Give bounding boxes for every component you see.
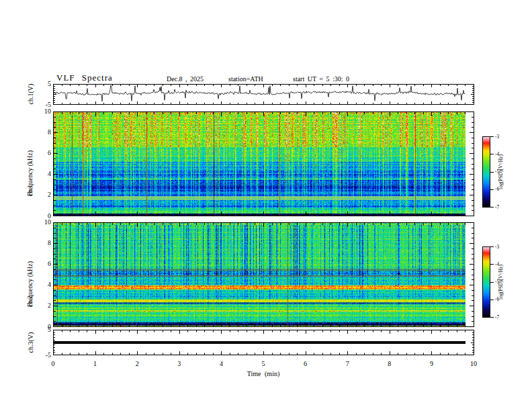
y-tick-label: -5 bbox=[27, 351, 51, 360]
colorbar-tick-label: -3 bbox=[495, 244, 508, 253]
ch1-spectrogram-ylabel: ch.1 Frequency (kHz) bbox=[26, 132, 41, 196]
y-tick-label: 5 bbox=[27, 326, 51, 334]
x-tick-label: 2 bbox=[129, 360, 145, 369]
ch3-waveform-plot bbox=[53, 330, 474, 355]
y-tick-label: 6 bbox=[27, 149, 51, 158]
colorbar-tick-label: -6 bbox=[495, 186, 508, 195]
y-tick-label: 8 bbox=[27, 128, 51, 137]
x-tick-label: 5 bbox=[255, 360, 271, 369]
ch1-waveform-plot bbox=[53, 84, 474, 105]
colorbar-tick-label: -3 bbox=[495, 134, 508, 142]
colorbar-tick-label: -6 bbox=[495, 296, 508, 305]
colorbar-tick-label: -5 bbox=[495, 169, 508, 177]
y-tick-label: 4 bbox=[27, 170, 51, 179]
header-start-ut: start UT = 5 :30: 0 bbox=[293, 75, 349, 83]
plot-title: VLF Spectra bbox=[56, 73, 113, 83]
colorbar-tick-label: -7 bbox=[495, 314, 508, 323]
x-tick-label: 8 bbox=[382, 360, 398, 369]
y-tick-label: 6 bbox=[27, 260, 51, 269]
time-axis-label: Time (min) bbox=[223, 370, 304, 377]
colorbar-tick-label: -5 bbox=[495, 279, 508, 287]
y-tick-label: 10 bbox=[27, 107, 51, 116]
y-tick-label: 8 bbox=[27, 239, 51, 248]
colorbar-tick-label: -4 bbox=[495, 151, 508, 160]
y-tick-label: 2 bbox=[27, 302, 51, 310]
x-tick-label: 9 bbox=[423, 360, 439, 369]
y-tick-label: 10 bbox=[27, 218, 51, 227]
x-tick-label: 6 bbox=[298, 360, 314, 369]
x-tick-label: 0 bbox=[45, 360, 61, 369]
vlf-figure: VLF Spectra Dec.8 , 2025 station=ATH sta… bbox=[0, 0, 532, 411]
ch2-spectrogram-ylabel: ch.2 Frequency (kHz) bbox=[26, 242, 41, 307]
header-station: station=ATH bbox=[228, 75, 263, 83]
y-tick-label: 2 bbox=[27, 191, 51, 199]
y-tick-label: 4 bbox=[27, 281, 51, 289]
colorbar-tick-label: -7 bbox=[495, 204, 508, 213]
colorbar-tick-label: -4 bbox=[495, 261, 508, 270]
x-tick-label: 1 bbox=[87, 360, 103, 369]
y-tick-label: 5 bbox=[27, 80, 51, 89]
ch2-spectrogram bbox=[53, 222, 474, 327]
header-date: Dec.8 , 2025 bbox=[167, 75, 204, 83]
x-tick-label: 3 bbox=[171, 360, 187, 369]
x-tick-label: 4 bbox=[213, 360, 229, 369]
x-tick-label: 10 bbox=[466, 360, 482, 369]
ch1-spectrogram bbox=[53, 111, 474, 216]
x-tick-label: 7 bbox=[339, 360, 355, 369]
